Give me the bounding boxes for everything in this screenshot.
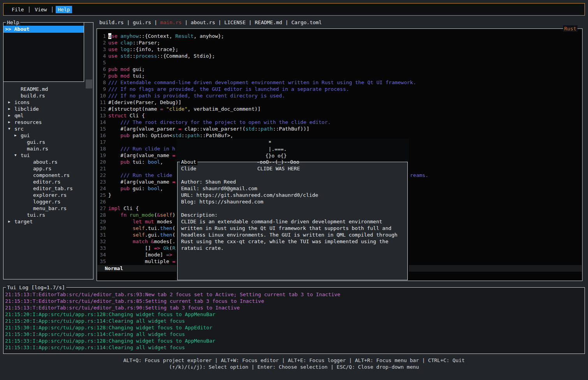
tree-item-libclide[interactable]: ▶libclide: [4, 106, 92, 112]
tree-item-label: editor_tab.rs: [33, 185, 73, 192]
file-tree: README.mdbuild.rs▶icons▶libclide▶qml▶res…: [4, 86, 92, 225]
explorer-scrollbar-thumb[interactable]: [86, 80, 92, 88]
tree-item-explorer-rs[interactable]: explorer.rs: [4, 192, 92, 198]
menu-item-help[interactable]: Help: [56, 6, 72, 13]
tree-item-tui[interactable]: ▼tui: [4, 152, 92, 159]
code-token: [108, 239, 133, 244]
code-token: multiple: [108, 258, 172, 264]
log-lines: 21:15:13:T:EditorTab:src/tui/editor_tab.…: [4, 288, 584, 351]
code-line-9[interactable]: 9/// If no flags are provided, the GUI e…: [97, 86, 582, 92]
tree-item-component-rs[interactable]: component.rs: [4, 172, 92, 179]
editor-tabs: build.rs | gui.rs | main.rs | about.rs |…: [99, 19, 322, 26]
code-text: self.tui.then(: [108, 225, 175, 232]
code-token: struct: [108, 113, 127, 118]
line-number: 18: [98, 145, 106, 152]
code-token: [108, 119, 120, 125]
code-line-2[interactable]: 2use clap::Parser;: [97, 39, 582, 46]
tree-item-gui[interactable]: ▶gui: [4, 132, 92, 139]
log-entry: 21:15:30:I:App:src/tui/app.rs:128:Changi…: [5, 324, 584, 331]
tree-item-menu_bar-rs[interactable]: menu_bar.rs: [4, 205, 92, 212]
code-line-4[interactable]: 4use std::process::{Command, Stdio};: [97, 53, 582, 59]
tree-item-qml[interactable]: ▶qml: [4, 112, 92, 119]
about-box: About -ooO--(_)--Ooo Clide CLIDE WAS HER…: [177, 162, 408, 280]
chevron-right-icon: ▶: [8, 218, 14, 225]
code-line-10[interactable]: 10/// If no path is provided, the curren…: [97, 92, 582, 99]
code-line-6[interactable]: 6pub mod gui;: [97, 66, 582, 72]
tab-gui-rs[interactable]: gui.rs: [133, 19, 151, 25]
tab-cargo-toml[interactable]: Cargo.toml: [291, 19, 322, 25]
code-token: pub: [120, 186, 129, 191]
tree-item-main-rs[interactable]: main.rs: [4, 145, 92, 152]
code-token: =: [172, 179, 175, 185]
code-line-1[interactable]: 1use anyhow::{Context, Result, anyhow};: [97, 33, 582, 39]
help-menu-item-about[interactable]: >> About: [4, 26, 84, 33]
tree-item-label: tui: [21, 152, 30, 159]
code-text: self.gui.then(: [108, 232, 175, 238]
code-token: [148, 239, 151, 244]
tab-build-rs[interactable]: build.rs: [99, 19, 124, 25]
menu-item-file[interactable]: File: [10, 6, 26, 13]
tree-item-README-md[interactable]: README.md: [4, 86, 92, 92]
line-number: 35: [98, 258, 106, 265]
code-text: use std::process::{Command, Stdio};: [108, 53, 215, 59]
tree-item-resources[interactable]: ▶resources: [4, 119, 92, 125]
chevron-down-icon: ▼: [14, 152, 21, 159]
tree-item-about-rs[interactable]: about.rs: [4, 159, 92, 165]
code-line-14[interactable]: 14 /// The root directory for the projec…: [97, 119, 582, 125]
tree-item-target[interactable]: ▶target: [4, 218, 92, 225]
code-token: [160, 245, 163, 251]
tree-item-editor-rs[interactable]: editor.rs: [4, 179, 92, 185]
tree-item-logger-rs[interactable]: logger.rs: [4, 198, 92, 205]
code-token: &: [157, 212, 160, 218]
code-token: self: [160, 212, 172, 218]
tab-about-rs[interactable]: about.rs: [191, 19, 215, 25]
code-line-3[interactable]: 3use log::{info, trace};: [97, 46, 582, 53]
code-token: [108, 159, 120, 165]
tab-license[interactable]: LICENSE: [224, 19, 246, 25]
code-token: use: [108, 53, 117, 59]
line-number: 19: [98, 152, 106, 159]
tree-item-label: icons: [14, 99, 30, 106]
code-token: (: [172, 225, 175, 231]
code-token: mod: [120, 73, 129, 79]
code-line-15[interactable]: 15 #[arg(value_parser = clap::value_pars…: [97, 125, 582, 132]
tree-item-gui-rs[interactable]: gui.rs: [4, 139, 92, 145]
tree-item-icons[interactable]: ▶icons: [4, 99, 92, 106]
code-text: /// If no path is provided, the current …: [108, 92, 285, 99]
code-line-11[interactable]: 11#[derive(Parser, Debug)]: [97, 99, 582, 106]
code-text: pub tui: bool,: [108, 159, 163, 165]
tree-item-editor_tab-rs[interactable]: editor_tab.rs: [4, 185, 92, 192]
code-line-16[interactable]: 16 pub path: Option<std::path::PathBuf>,: [97, 132, 582, 139]
line-number: 3: [98, 46, 106, 53]
code-token: process: [136, 53, 157, 59]
code-token: Result: [175, 33, 194, 39]
line-number: 27: [98, 205, 106, 212]
code-line-12[interactable]: 12#[structopt(name = "clide", verbatim_d…: [97, 106, 582, 112]
code-line-8[interactable]: 8/// Extendable command-line driven deve…: [97, 79, 582, 86]
chevron-right-icon: ▶: [8, 99, 14, 106]
code-token: R: [172, 245, 175, 251]
line-number: 17: [98, 139, 106, 145]
tree-item-src[interactable]: ▼src: [4, 125, 92, 132]
code-line-5[interactable]: 5: [97, 59, 582, 66]
code-token: /// If no path is provided, the current …: [108, 93, 285, 99]
code-token: use: [108, 46, 117, 52]
code-token: [mode]: [108, 252, 166, 258]
line-number: 1: [98, 33, 106, 39]
tree-item-label: about.rs: [33, 159, 58, 165]
code-line-7[interactable]: 7pub mod tui;: [97, 72, 582, 79]
tab-readme-md[interactable]: README.md: [255, 19, 282, 25]
line-number: 33: [98, 245, 106, 251]
tree-item-label: explorer.rs: [33, 192, 67, 198]
code-token: =: [172, 152, 175, 158]
tree-item-label: app.rs: [33, 165, 51, 172]
tab-main-rs[interactable]: main.rs: [160, 19, 182, 25]
tree-item-tui-rs[interactable]: tui.rs: [4, 212, 92, 218]
code-token: path: [261, 126, 273, 132]
code-line-13[interactable]: 13struct Cli {: [97, 112, 582, 119]
tree-item-build-rs[interactable]: build.rs: [4, 92, 92, 99]
code-token: [163, 106, 166, 112]
tree-item-app-rs[interactable]: app.rs: [4, 165, 92, 172]
tab-separator: |: [215, 19, 224, 25]
menu-item-view[interactable]: View: [33, 6, 49, 13]
